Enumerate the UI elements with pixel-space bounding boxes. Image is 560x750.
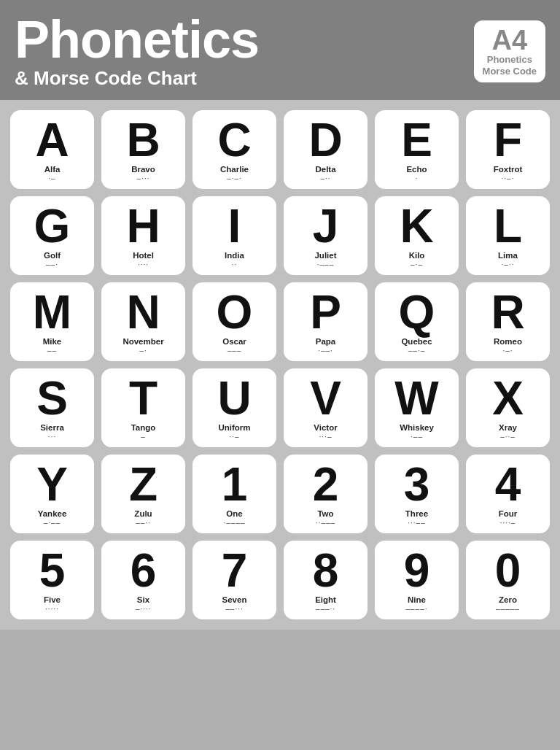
card-morse: ––– bbox=[228, 347, 242, 355]
card-letter: 2 bbox=[313, 461, 339, 508]
card-word: One bbox=[226, 509, 242, 518]
card-morse: ···· bbox=[138, 260, 149, 268]
card-letter: C bbox=[217, 117, 251, 163]
phonetic-card-tango: TTango– bbox=[101, 368, 185, 447]
card-letter: U bbox=[217, 375, 251, 422]
card-morse: ––·· bbox=[136, 519, 151, 527]
card-morse: ·––· bbox=[318, 347, 333, 355]
main-title: Phonetics bbox=[15, 13, 259, 66]
header-title-block: Phonetics & Morse Code Chart bbox=[15, 13, 259, 90]
card-morse: ··· bbox=[48, 433, 56, 441]
card-word: Seven bbox=[222, 595, 247, 604]
phonetic-card-lima: LLima·–·· bbox=[466, 196, 550, 275]
card-morse: ––· bbox=[46, 260, 58, 268]
card-letter: 0 bbox=[495, 547, 521, 594]
card-letter: 6 bbox=[131, 547, 157, 594]
card-letter: K bbox=[400, 203, 433, 250]
card-letter: I bbox=[228, 203, 241, 250]
card-word: Zero bbox=[499, 595, 517, 604]
card-morse: –·–– bbox=[44, 519, 61, 527]
card-morse: · bbox=[416, 174, 419, 182]
card-morse: –·· bbox=[320, 174, 330, 182]
phonetic-card-five: 5Five····· bbox=[10, 541, 94, 619]
card-morse: ··–· bbox=[502, 174, 515, 182]
card-letter: Q bbox=[399, 289, 435, 336]
card-letter: M bbox=[33, 289, 71, 336]
phonetic-card-uniform: UUniform··– bbox=[192, 368, 276, 447]
card-letter: F bbox=[494, 117, 522, 163]
phonetic-card-romeo: RRomeo·–· bbox=[466, 282, 550, 361]
phonetics-grid: AAlfa·–BBravo–···CCharlie–·–·DDelta–··EE… bbox=[10, 110, 550, 619]
card-word: Charlie bbox=[220, 165, 249, 174]
card-morse: ····· bbox=[45, 605, 59, 613]
phonetic-card-three: 3Three···–– bbox=[375, 455, 459, 533]
card-letter: H bbox=[126, 203, 160, 250]
card-morse: –––·· bbox=[316, 605, 335, 613]
phonetic-card-oscar: OOscar––– bbox=[192, 282, 276, 361]
card-word: Echo bbox=[406, 165, 427, 174]
card-morse: ····– bbox=[500, 519, 516, 527]
card-word: Bravo bbox=[131, 165, 155, 174]
phonetic-card-zero: 0Zero––––– bbox=[466, 541, 550, 619]
phonetic-card-four: 4Four····– bbox=[466, 455, 550, 533]
card-word: Sierra bbox=[40, 423, 64, 432]
card-letter: 8 bbox=[313, 547, 339, 594]
phonetic-card-foxtrot: FFoxtrot··–· bbox=[466, 110, 550, 189]
card-morse: ·· bbox=[232, 260, 238, 268]
card-word: Eight bbox=[315, 595, 336, 604]
card-morse: ·–·· bbox=[502, 260, 515, 268]
card-word: Yankee bbox=[38, 509, 67, 518]
phonetic-card-quebec: QQuebec––·– bbox=[375, 282, 459, 361]
phonetic-card-nine: 9Nine––––· bbox=[375, 541, 459, 619]
card-letter: 7 bbox=[222, 547, 248, 594]
phonetic-card-two: 2Two··––– bbox=[284, 455, 368, 533]
card-morse: ··––– bbox=[316, 519, 335, 527]
card-letter: V bbox=[310, 375, 341, 422]
card-word: Alfa bbox=[44, 165, 61, 174]
subtitle: & Morse Code Chart bbox=[15, 67, 259, 90]
card-morse: ––··· bbox=[225, 605, 243, 613]
card-morse: ·–––– bbox=[223, 519, 245, 527]
card-word: Victor bbox=[314, 423, 337, 432]
card-word: Mike bbox=[43, 337, 62, 346]
badge-a4: A4 bbox=[483, 26, 537, 54]
card-letter: 3 bbox=[404, 461, 430, 508]
card-letter: E bbox=[401, 117, 432, 163]
card-word: Five bbox=[44, 595, 61, 604]
badge-morsecode: Morse Code bbox=[483, 66, 537, 77]
card-letter: S bbox=[36, 375, 68, 422]
grid-container: AAlfa·–BBravo–···CCharlie–·–·DDelta–··EE… bbox=[0, 100, 560, 630]
card-morse: ––––– bbox=[496, 605, 520, 613]
card-word: Three bbox=[405, 509, 428, 518]
card-word: Nine bbox=[408, 595, 426, 604]
card-word: India bbox=[225, 251, 244, 260]
phonetic-card-charlie: CCharlie–·–· bbox=[192, 110, 276, 189]
card-letter: Y bbox=[36, 461, 68, 508]
card-letter: 1 bbox=[222, 461, 248, 508]
card-morse: ––·– bbox=[408, 347, 425, 355]
card-letter: P bbox=[310, 289, 341, 336]
card-letter: J bbox=[313, 203, 339, 250]
card-morse: ––––· bbox=[405, 605, 427, 613]
phonetic-card-yankee: YYankee–·–– bbox=[10, 455, 94, 533]
phonetic-card-zulu: ZZulu––·· bbox=[101, 455, 185, 533]
card-word: Whiskey bbox=[400, 423, 434, 432]
card-letter: R bbox=[491, 289, 524, 336]
card-word: Delta bbox=[315, 165, 335, 174]
card-letter: 5 bbox=[39, 547, 66, 594]
card-word: Two bbox=[317, 509, 333, 518]
phonetic-card-six: 6Six–···· bbox=[101, 541, 185, 619]
phonetic-card-xray: XXray–··– bbox=[466, 368, 550, 447]
card-word: Oscar bbox=[222, 337, 246, 346]
phonetic-card-papa: PPapa·––· bbox=[284, 282, 368, 361]
card-morse: –·–· bbox=[227, 174, 242, 182]
phonetic-card-seven: 7Seven––··· bbox=[192, 541, 276, 619]
phonetic-card-mike: MMike–– bbox=[10, 282, 94, 361]
card-word: Uniform bbox=[218, 423, 250, 432]
phonetic-card-one: 1One·–––– bbox=[192, 455, 276, 533]
card-morse: –··– bbox=[500, 433, 516, 441]
card-morse: ···–– bbox=[408, 519, 425, 527]
card-word: Hotel bbox=[133, 251, 154, 260]
card-word: Papa bbox=[316, 337, 336, 346]
card-morse: – bbox=[141, 433, 146, 441]
